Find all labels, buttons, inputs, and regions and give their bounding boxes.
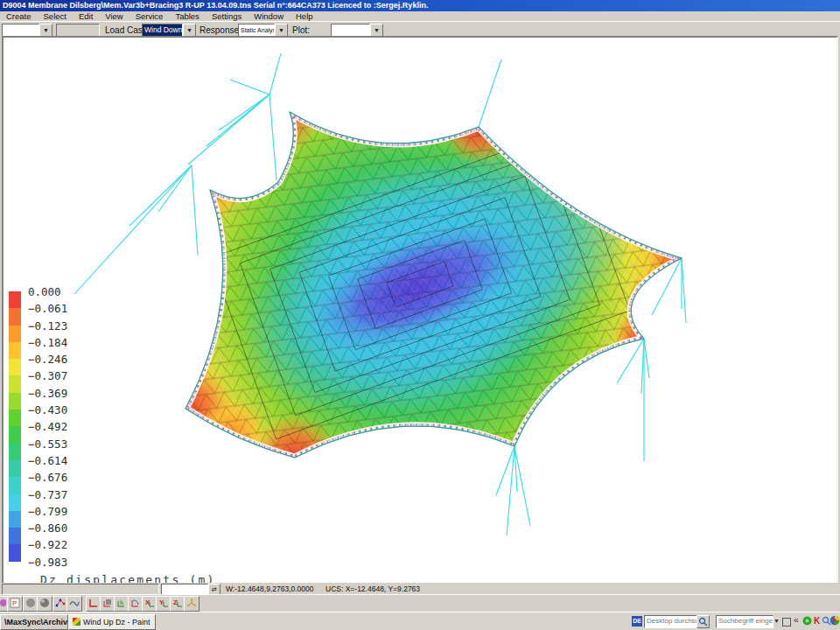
legend-color-scale — [9, 291, 21, 562]
menu-item[interactable]: Settings — [206, 11, 248, 21]
title-bar[interactable]: D9004 Membrane Dilsberg\Mem.Var3b+Bracin… — [0, 0, 840, 11]
menu-item[interactable]: View — [99, 11, 129, 21]
main-toolbar: ▼ Load Case: Wind Down▼ Response: Static… — [0, 21, 840, 37]
legend-color-swatch — [9, 326, 21, 342]
view-toolbar: P X Y Z — [0, 594, 840, 612]
legend-color-swatch — [9, 375, 21, 392]
selection-combobox[interactable]: ▼ — [2, 24, 52, 37]
legend-value: 0.000 — [28, 284, 67, 300]
status-bar: ⇄ W:-12.4648,9.2763,0.0000 UCS: X=-12.46… — [0, 583, 840, 594]
chevron-down-icon[interactable]: ▼ — [183, 24, 196, 37]
spline-button[interactable] — [66, 596, 82, 612]
tray-globe-icon[interactable] — [830, 615, 840, 627]
legend-color-swatch — [9, 291, 21, 308]
os-taskbar: \MaxSync\Archiv\A... Wind Up Dz - Paint … — [0, 612, 840, 630]
menu-item[interactable]: Create — [0, 11, 38, 21]
legend-value: −0.860 — [28, 520, 67, 536]
legend-color-swatch — [9, 528, 21, 544]
legend-value: −0.123 — [28, 318, 67, 334]
z-axis-glyph: Z — [173, 598, 178, 606]
legend-value: −0.983 — [28, 554, 67, 570]
taskbar-button-explorer[interactable]: \MaxSync\Archiv\A... — [0, 614, 68, 630]
legend-color-swatch — [9, 308, 21, 325]
taskbar-button-paint[interactable]: Wind Up Dz - Paint — [68, 614, 156, 630]
legend-value-labels: 0.000−0.061−0.123−0.184−0.246−0.307−0.36… — [28, 284, 67, 570]
toolbar-panel — [56, 24, 100, 37]
legend-value: −0.307 — [28, 368, 67, 384]
view-iso-button[interactable] — [184, 596, 200, 612]
search-term-input[interactable]: Suchbegriff einge... — [716, 615, 774, 628]
legend-color-swatch — [9, 359, 21, 375]
legend-color-swatch — [9, 544, 21, 561]
maximize-icon[interactable] — [782, 618, 791, 626]
search-icon[interactable] — [696, 615, 710, 628]
ucs-coordinates: UCS: X=-12.4648, Y=9.2763 — [326, 584, 420, 593]
legend-value: −0.492 — [28, 418, 67, 435]
legend-color-swatch — [9, 444, 21, 460]
legend-color-swatch — [9, 426, 21, 443]
response-combobox[interactable]: Static Analysis Re.▼ — [238, 24, 288, 37]
legend-value: −0.614 — [28, 452, 67, 469]
legend-color-swatch — [9, 511, 21, 528]
menu-item[interactable]: Service — [130, 11, 170, 21]
legend-value: −0.430 — [28, 402, 67, 418]
chevron-collapse-icon[interactable]: « — [794, 615, 799, 625]
render-shaded-button[interactable] — [37, 596, 52, 612]
tray-k-app-icon[interactable]: K — [814, 616, 820, 626]
membrane-contour-plot — [4, 38, 833, 579]
language-indicator[interactable]: DE — [632, 616, 642, 626]
legend-value: −0.737 — [28, 486, 67, 503]
paint-app-icon — [73, 618, 80, 626]
legend-value: −0.922 — [28, 536, 67, 553]
chevron-down-icon[interactable]: ▼ — [774, 618, 780, 624]
legend-color-swatch — [9, 342, 21, 359]
print-picture-button[interactable]: P — [7, 596, 23, 612]
legend-color-swatch — [9, 410, 21, 426]
legend-value: −0.061 — [28, 300, 67, 317]
world-coordinates: W:-12.4648,9.2763,0.0000 — [226, 584, 314, 593]
plot-combobox[interactable]: ▼ — [331, 24, 383, 37]
chevron-down-icon[interactable]: ▼ — [370, 24, 383, 37]
legend-value: −0.676 — [28, 469, 67, 486]
application-window: D9004 Membrane Dilsberg\Mem.Var3b+Bracin… — [0, 0, 840, 630]
viewport[interactable]: 0.000−0.061−0.123−0.184−0.246−0.307−0.36… — [2, 36, 838, 584]
menu-bar: CreateSelectEditViewServiceTablesSetting… — [0, 11, 840, 21]
plot-label: Plot: — [292, 25, 310, 35]
menu-item[interactable]: Edit — [73, 11, 99, 21]
chevron-down-icon[interactable]: ▼ — [275, 24, 288, 37]
svg-text:P: P — [12, 599, 17, 607]
legend-value: −0.553 — [28, 436, 67, 452]
load-case-combobox[interactable]: Wind Down▼ — [142, 24, 196, 37]
chevron-down-icon[interactable]: ▼ — [39, 24, 52, 37]
legend-value: −0.369 — [28, 385, 67, 402]
desktop-search-input[interactable]: Desktop durchsuchen — [644, 615, 700, 628]
menu-item[interactable]: Help — [290, 11, 319, 21]
menu-item[interactable]: Tables — [169, 11, 205, 21]
legend-color-swatch — [9, 477, 21, 494]
legend-value: −0.184 — [28, 334, 67, 351]
menu-item[interactable]: Select — [38, 11, 73, 21]
legend-value: −0.246 — [28, 351, 67, 368]
fe-mesh — [158, 52, 709, 481]
menu-item[interactable]: Window — [248, 11, 290, 21]
legend-color-swatch — [9, 494, 21, 511]
legend-color-swatch — [9, 393, 21, 410]
tray-green-app-icon[interactable] — [802, 616, 812, 627]
legend-value: −0.799 — [28, 503, 67, 520]
response-label: Response: — [200, 25, 242, 35]
legend-color-swatch — [9, 460, 21, 477]
